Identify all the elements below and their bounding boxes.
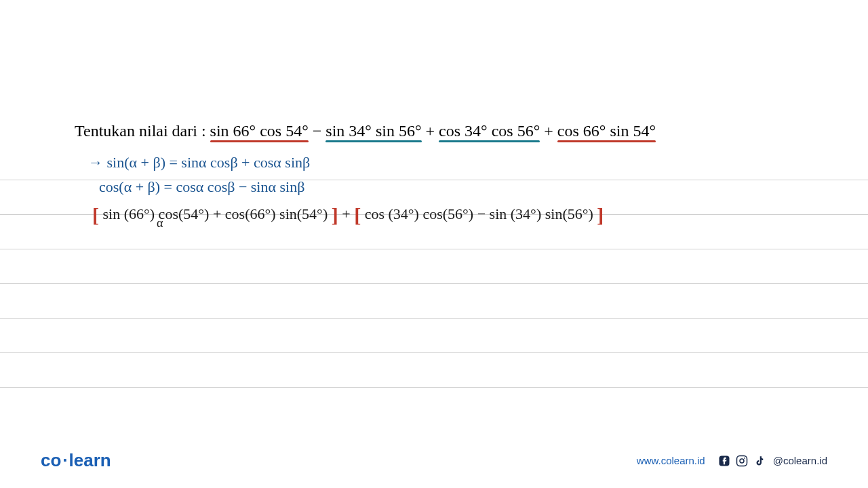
alpha-annotation: α — [157, 216, 163, 230]
term-3: cos 34° cos 56° — [439, 122, 540, 140]
working-part-1: sin (66°) cos(54°) + cos(66°) sin(54°) — [103, 205, 328, 222]
svg-point-3 — [744, 457, 745, 458]
term-1: sin 66° cos 54° — [210, 122, 309, 140]
logo-learn: learn — [69, 450, 111, 470]
social-links: @colearn.id — [717, 454, 827, 468]
problem-statement: Tentukan nilai dari : sin 66° cos 54° − … — [75, 122, 793, 140]
term-4: cos 66° sin 54° — [557, 122, 656, 140]
operator-3: + — [544, 122, 557, 140]
working-part-2: cos (34°) cos(56°) − sin (34°) sin(56°) — [365, 205, 593, 222]
bracket-close-1: ] — [332, 204, 338, 226]
svg-rect-1 — [736, 455, 747, 466]
instagram-icon — [735, 454, 749, 468]
formula-cos-sum: cos(α + β) = cosα cosβ − sinα sinβ — [99, 178, 793, 196]
operator-2: + — [426, 122, 439, 140]
bracket-open-2: [ — [354, 204, 361, 226]
logo-co: co — [41, 450, 61, 470]
social-handle: @colearn.id — [773, 455, 827, 466]
working-plus: + — [342, 205, 354, 222]
logo: co·learn — [41, 450, 111, 471]
problem-label: Tentukan nilai dari : — [75, 122, 206, 140]
footer-right: www.colearn.id @colearn.id — [637, 454, 827, 468]
tiktok-icon — [753, 454, 766, 468]
working-line: [ sin (66°) cos(54°) + cos(66°) sin(54°)… — [92, 204, 793, 227]
footer: co·learn www.colearn.id @colearn.id — [0, 450, 868, 471]
bracket-close-2: ] — [597, 204, 604, 226]
website-url: www.colearn.id — [637, 455, 705, 466]
svg-point-2 — [740, 459, 744, 463]
content-area: Tentukan nilai dari : sin 66° cos 54° − … — [0, 0, 868, 227]
bracket-open-1: [ — [92, 204, 99, 226]
operator-1: − — [313, 122, 326, 140]
facebook-icon — [717, 454, 731, 468]
term-2: sin 34° sin 56° — [326, 122, 421, 140]
formula-sin-sum: → sin(α + β) = sinα cosβ + cosα sinβ — [88, 154, 793, 171]
